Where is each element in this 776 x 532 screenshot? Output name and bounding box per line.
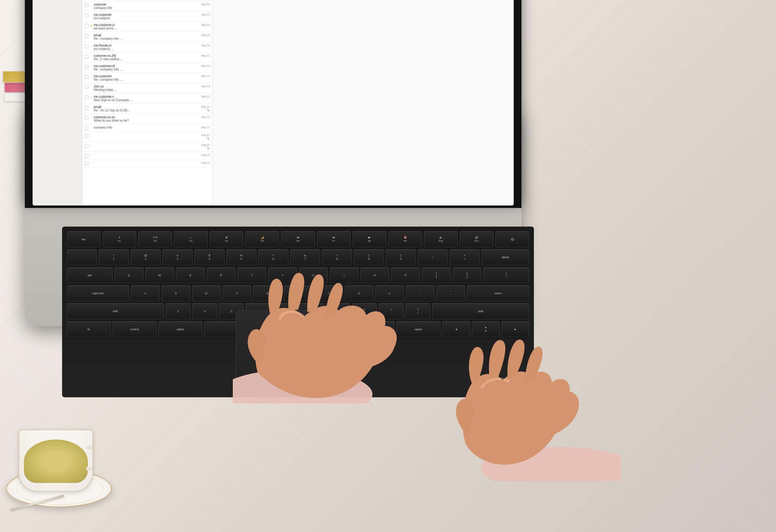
mail-item-checkbox[interactable] <box>85 162 88 165</box>
key-7[interactable]: &7 <box>290 249 320 265</box>
mail-item-star[interactable]: ☆ <box>90 144 92 147</box>
key-f6[interactable]: ⏮F6 <box>281 231 315 247</box>
mail-item-checkbox[interactable] <box>85 34 88 38</box>
key-f7[interactable]: ⏭F7 <box>317 231 351 247</box>
mail-item-star[interactable]: ☆ <box>90 55 92 58</box>
mail-item-checkbox[interactable] <box>85 126 88 130</box>
key-f1[interactable]: ☀F1 <box>103 231 136 247</box>
key-f[interactable]: F <box>223 285 251 301</box>
key-f11[interactable]: 🔊F11 <box>460 231 494 247</box>
mail-item-checkbox[interactable] <box>85 75 88 79</box>
mail-list-item[interactable]: ☆ Aug 21 <box>82 160 212 167</box>
mail-item-checkbox[interactable] <box>85 44 88 48</box>
mail-item-checkbox[interactable] <box>85 144 88 148</box>
key-j[interactable]: J <box>314 285 343 301</box>
key-g[interactable]: G <box>253 285 281 301</box>
key-return[interactable]: return <box>467 285 529 301</box>
key-p[interactable]: P <box>391 267 420 284</box>
mail-item-star[interactable]: ☆ <box>90 34 92 37</box>
key-f10[interactable]: 🔉F10 <box>424 231 458 247</box>
mail-list-item[interactable]: ☆ company info Sep 11 <box>82 124 212 132</box>
keyboard[interactable]: esc ☀F1 ☀☀F2 ⌕F3 ⊞F4 🌙F5 ⏮F6 ⏭F7 ▶F8 🔇F9… <box>62 226 534 397</box>
mail-list-item[interactable]: ☆ me,customer.n New Sign-in on Computer … <box>82 94 212 104</box>
key-power[interactable]: ⏻ <box>496 231 529 247</box>
key-left[interactable]: ◄ <box>442 321 470 337</box>
mail-list-item[interactable]: ★ me,customer.cl we want some ... Sep 23 <box>82 22 212 32</box>
key-right[interactable]: ► <box>502 321 529 337</box>
key-q[interactable]: Q <box>115 267 143 284</box>
key-backslash[interactable]: |\ <box>483 267 529 284</box>
key-5[interactable]: %5 <box>226 249 256 265</box>
key-0[interactable]: )0 <box>386 249 416 265</box>
mail-item-star[interactable]: ☆ <box>90 126 92 130</box>
mail-item-checkbox[interactable] <box>85 116 88 120</box>
mail-list-item[interactable]: ☆ Aug 27 📎 <box>82 132 212 142</box>
key-shift-right[interactable]: shift <box>432 303 529 319</box>
mail-item-star[interactable]: ☆ <box>90 85 92 89</box>
mail-list-item[interactable]: ☆ me,customer.di Re : company info ... S… <box>82 63 212 73</box>
key-fn[interactable]: fn <box>67 321 111 337</box>
key-r[interactable]: R <box>207 267 236 284</box>
mail-item-checkbox[interactable] <box>85 134 88 138</box>
mail-item-star[interactable]: ☆ <box>90 154 92 157</box>
key-s[interactable]: S <box>161 285 190 301</box>
key-k[interactable]: K <box>345 285 373 301</box>
trackpad[interactable] <box>236 310 360 385</box>
key-w[interactable]: W <box>145 267 174 284</box>
key-a[interactable]: A <box>131 285 160 301</box>
mail-item-star[interactable]: ☆ <box>90 96 92 99</box>
key-semicolon[interactable]: :; <box>406 285 434 301</box>
mail-item-star[interactable]: ☆ <box>90 162 92 165</box>
key-f2[interactable]: ☀☀F2 <box>138 231 172 247</box>
mail-list-item[interactable]: ☆ email Re : company info ... Sep 23 <box>82 32 212 42</box>
mail-item-star[interactable]: ☆ <box>90 3 92 7</box>
key-1[interactable]: !1 <box>99 249 129 265</box>
mail-list-item[interactable]: ☆ customer.no.on What do you think so fa… <box>82 114 212 124</box>
key-6[interactable]: ^6 <box>258 249 288 265</box>
key-u[interactable]: U <box>299 267 328 284</box>
key-caps[interactable]: caps lock <box>67 285 129 301</box>
key-minus[interactable]: _- <box>418 249 448 265</box>
mail-list-item[interactable]: ☆ Aug 22 <box>82 152 212 160</box>
mail-item-star[interactable]: ☆ <box>90 75 92 78</box>
mail-item-checkbox[interactable] <box>85 106 88 110</box>
key-l[interactable]: L <box>375 285 404 301</box>
key-x[interactable]: X <box>192 303 217 319</box>
key-f4[interactable]: ⊞F4 <box>209 231 243 247</box>
mail-list-item[interactable]: ☆ customer company info Sep 24 <box>82 1 212 11</box>
mail-list-item[interactable]: ☆ Join us Meeting today ... Sep 13 <box>82 83 212 94</box>
key-f5[interactable]: 🌙F5 <box>245 231 279 247</box>
mail-item-star[interactable]: ☆ <box>90 134 92 138</box>
key-ctrl[interactable]: control <box>113 321 157 337</box>
key-h[interactable]: H <box>284 285 312 301</box>
key-f8[interactable]: ▶F8 <box>353 231 386 247</box>
key-9[interactable]: (9 <box>354 249 384 265</box>
key-option-right[interactable]: option <box>396 321 440 337</box>
mail-item-star[interactable]: ☆ <box>90 44 92 48</box>
mail-list-item[interactable]: ☆ me,customer Re : company info ... Sep … <box>82 73 212 83</box>
key-tab[interactable]: tab <box>67 267 113 284</box>
mail-item-star[interactable]: ☆ <box>90 106 92 109</box>
key-i[interactable]: I <box>330 267 359 284</box>
mail-list-item[interactable]: ☆ customer.no.24t Re : 2 new notifica ..… <box>82 52 212 63</box>
mail-item-star[interactable]: ☆ <box>90 14 92 17</box>
mail-item-star[interactable]: ★ <box>90 24 92 27</box>
key-backspace[interactable]: delete <box>481 249 529 265</box>
key-3[interactable]: #3 <box>162 249 192 265</box>
mail-item-checkbox[interactable] <box>85 85 88 89</box>
mail-item-star[interactable]: ☆ <box>90 65 92 68</box>
mail-item-checkbox[interactable] <box>85 65 88 68</box>
key-slash[interactable]: ?/ <box>405 303 430 319</box>
key-backtick[interactable]: ` <box>67 249 97 265</box>
mail-item-checkbox[interactable] <box>85 96 88 99</box>
mail-item-checkbox[interactable] <box>85 24 88 28</box>
mail-list-item[interactable]: ☆ me,customer (no subject) Sep 23 <box>82 11 212 22</box>
mail-item-checkbox[interactable] <box>85 14 88 17</box>
mail-item-checkbox[interactable] <box>85 55 88 58</box>
mail-list-item[interactable]: ☆ email Re : On 11 Sep at 11:00... Sep 1… <box>82 104 212 114</box>
key-f9[interactable]: 🔇F9 <box>388 231 422 247</box>
key-o[interactable]: O <box>360 267 389 284</box>
key-equals[interactable]: += <box>450 249 480 265</box>
key-4[interactable]: $4 <box>194 249 224 265</box>
key-shift-left[interactable]: shift <box>67 303 164 319</box>
